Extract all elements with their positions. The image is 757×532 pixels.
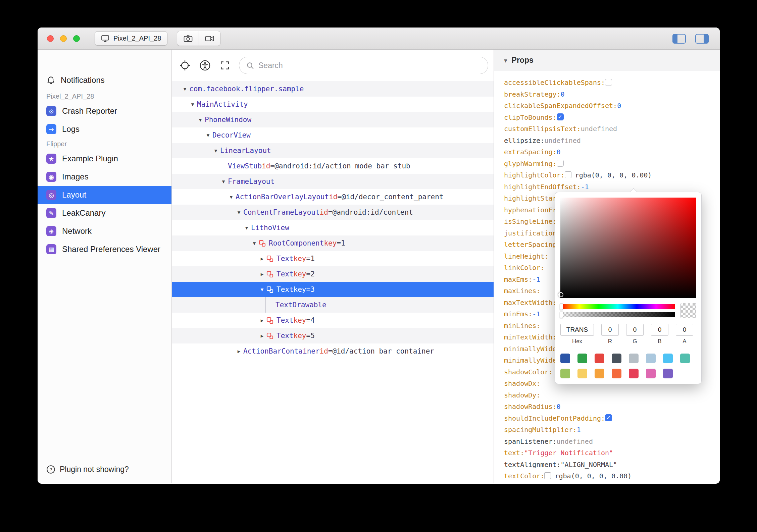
preset-color-swatch[interactable] [577,369,587,378]
hue-slider[interactable] [560,304,675,309]
tree-row[interactable]: ▸ActionBarContainer id=@id/action_bar_co… [172,343,494,359]
hex-input[interactable] [560,324,594,336]
chevron-down-icon[interactable]: ▾ [227,194,236,200]
alpha-input[interactable] [676,324,693,336]
alpha-slider[interactable] [560,312,675,317]
tree-row[interactable]: ▾FrameLayout [172,174,494,189]
prop-value[interactable]: 0 [617,102,621,110]
alpha-slider-handle[interactable] [560,312,563,318]
tree-row[interactable]: ▸Text key=5 [172,328,494,343]
screenshot-button[interactable] [177,31,199,46]
prop-checkbox[interactable] [605,414,612,421]
sidebar-item-layout[interactable]: ◎Layout [38,186,171,204]
prop-color-swatch[interactable] [544,472,551,479]
preset-color-swatch[interactable] [663,354,673,363]
plugin-not-showing-link[interactable]: ? Plugin not showing? [46,465,129,474]
chevron-right-icon[interactable]: ▸ [258,271,266,277]
prop-value[interactable]: 0 [557,148,561,156]
sidebar-item-crash-reporter[interactable]: ⊗Crash Reporter [38,102,171,120]
preset-color-swatch[interactable] [612,369,621,378]
props-header[interactable]: ▾ Props [494,50,720,71]
minimize-button[interactable] [60,35,67,42]
hue-slider-handle[interactable] [560,304,563,310]
chevron-down-icon[interactable]: ▾ [211,147,220,154]
preset-color-swatch[interactable] [629,369,639,378]
tree-row[interactable]: ▾LithoView [172,220,494,235]
tree-row[interactable]: ▾DecorView [172,127,494,143]
prop-value[interactable]: 0 [557,403,561,411]
prop-value[interactable]: "ALIGN_NORMAL" [561,461,617,469]
screen-record-button[interactable] [199,31,220,46]
chevron-down-icon[interactable]: ▾ [235,209,243,216]
tree-row[interactable]: ▸Text key=2 [172,266,494,282]
prop-checkbox[interactable] [605,79,612,86]
chevron-down-icon[interactable]: ▾ [219,178,228,185]
tree-row[interactable]: ViewStub id=@android:id/action_mode_bar_… [172,158,494,174]
prop-checkbox[interactable] [557,113,564,120]
search-box[interactable] [239,57,488,74]
tree-row[interactable]: ▾com.facebook.flipper.sample [172,81,494,97]
prop-value[interactable]: "Trigger Notification" [524,449,613,457]
preset-color-swatch[interactable] [629,354,639,363]
search-input[interactable] [258,61,481,70]
window-titlebar[interactable]: Pixel_2_API_28 [38,28,720,50]
close-button[interactable] [47,35,54,42]
prop-value[interactable]: -1 [532,310,540,318]
tree-row[interactable]: ▸Text key=4 [172,313,494,328]
sidebar-item-example-plugin[interactable]: ★Example Plugin [38,150,171,168]
preset-color-swatch[interactable] [560,354,570,363]
chevron-down-icon[interactable]: ▾ [181,86,189,92]
preset-color-swatch[interactable] [680,354,690,363]
chevron-down-icon[interactable]: ▾ [242,224,251,231]
prop-color-swatch[interactable] [565,171,571,178]
preset-color-swatch[interactable] [646,354,656,363]
chevron-right-icon[interactable]: ▸ [258,255,266,262]
sidebar-item-shared-preferences-viewer[interactable]: ▦Shared Preferences Viewer [38,240,171,258]
zoom-button[interactable] [73,35,80,42]
green-input[interactable] [626,324,644,336]
accessibility-mode-icon[interactable] [199,60,211,71]
prop-value[interactable]: 1 [577,426,581,434]
tree-row[interactable]: ▾Text key=3 [172,282,494,297]
tree-row[interactable]: TextDrawable [172,297,494,313]
chevron-down-icon[interactable]: ▾ [196,116,205,123]
sidebar-item-logs[interactable]: →Logs [38,120,171,138]
chevron-down-icon[interactable]: ▾ [250,240,259,247]
chevron-down-icon[interactable]: ▾ [204,132,212,139]
preset-color-swatch[interactable] [646,369,656,378]
prop-value[interactable]: 0 [561,90,565,98]
preset-color-swatch[interactable] [663,369,673,378]
toggle-left-sidebar-icon[interactable] [672,34,686,44]
tree-row[interactable]: ▸Text key=1 [172,251,494,266]
prop-value[interactable]: -1 [532,275,540,283]
tree-row[interactable]: ▾RootComponent key=1 [172,235,494,251]
device-selector-button[interactable]: Pixel_2_API_28 [95,31,167,46]
chevron-right-icon[interactable]: ▸ [235,348,243,355]
chevron-down-icon[interactable]: ▾ [258,286,266,293]
preset-color-swatch[interactable] [560,369,570,378]
sidebar-item-images[interactable]: ◉Images [38,168,171,186]
preset-color-swatch[interactable] [595,369,604,378]
toggle-right-sidebar-icon[interactable] [695,34,709,44]
tree-row[interactable]: ▾ActionBarOverlayLayout id=@id/decor_con… [172,189,494,205]
tree-row[interactable]: ▾ContentFrameLayout id=@android:id/conte… [172,205,494,220]
preset-color-swatch[interactable] [595,354,604,363]
target-mode-icon[interactable] [179,60,191,71]
red-input[interactable] [601,324,619,336]
sidebar-item-notifications[interactable]: Notifications [38,70,171,91]
chevron-right-icon[interactable]: ▸ [258,317,266,324]
sidebar-item-leakcanary[interactable]: ✎LeakCanary [38,204,171,222]
chevron-right-icon[interactable]: ▸ [258,332,266,339]
saturation-area[interactable] [560,198,696,298]
tree-row[interactable]: ▾PhoneWindow [172,112,494,127]
saturation-cursor[interactable] [558,292,563,297]
expand-frame-icon[interactable] [219,60,230,71]
sidebar-item-network[interactable]: ⊕Network [38,222,171,240]
preset-color-swatch[interactable] [577,354,587,363]
prop-checkbox[interactable] [557,160,564,167]
prop-value[interactable]: -1 [581,183,589,191]
tree-row[interactable]: ▾MainActivity [172,97,494,112]
chevron-down-icon[interactable]: ▾ [188,101,197,108]
preset-color-swatch[interactable] [612,354,621,363]
blue-input[interactable] [651,324,668,336]
